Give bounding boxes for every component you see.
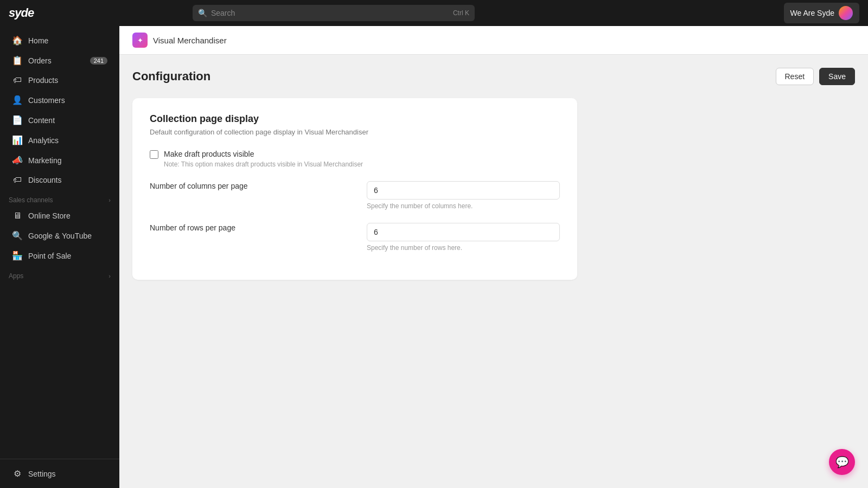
- main-layout: 🏠 Home 📋 Orders 241 🏷 Products 👤 Custome…: [0, 26, 868, 488]
- sidebar-label-discounts: Discounts: [28, 176, 61, 184]
- content-area: ✦ Visual Merchandiser Configuration Rese…: [119, 26, 868, 488]
- page-header: Configuration Reset Save: [132, 68, 855, 85]
- sidebar: 🏠 Home 📋 Orders 241 🏷 Products 👤 Custome…: [0, 26, 119, 488]
- sidebar-label-customers: Customers: [28, 96, 65, 105]
- sales-channels-section: Sales channels ›: [0, 190, 119, 206]
- search-icon: 🔍: [198, 9, 207, 17]
- sidebar-item-google-youtube[interactable]: 🔍 Google & YouTube: [3, 226, 116, 245]
- card-description: Default configuration of collection page…: [150, 128, 560, 136]
- chat-button[interactable]: 💬: [829, 449, 855, 475]
- chat-icon: 💬: [835, 455, 849, 468]
- columns-input[interactable]: [367, 181, 560, 200]
- app-title: Visual Merchandiser: [153, 36, 227, 45]
- topbar: syde 🔍 Ctrl K We Are Syde: [0, 0, 868, 26]
- page-content: Configuration Reset Save Collection page…: [119, 55, 868, 488]
- pos-icon: 🏪: [12, 251, 23, 261]
- settings-icon: ⚙: [12, 468, 23, 479]
- sidebar-item-orders[interactable]: 📋 Orders 241: [3, 51, 116, 70]
- content-icon: 📄: [12, 115, 23, 125]
- sidebar-item-point-of-sale[interactable]: 🏪 Point of Sale: [3, 246, 116, 265]
- apps-chevron: ›: [108, 273, 111, 279]
- columns-label-group: Number of columns per page: [150, 181, 356, 191]
- apps-section: Apps ›: [0, 266, 119, 282]
- sidebar-label-marketing: Marketing: [28, 156, 61, 165]
- rows-label-group: Number of rows per page: [150, 223, 356, 233]
- marketing-icon: 📣: [12, 155, 23, 165]
- orders-badge: 241: [90, 57, 107, 65]
- draft-products-label[interactable]: Make draft products visible: [164, 150, 254, 158]
- sidebar-label-content: Content: [28, 116, 55, 125]
- sidebar-label-google-youtube: Google & YouTube: [28, 232, 92, 240]
- avatar: [839, 6, 853, 20]
- rows-row: Number of rows per page Specify the numb…: [150, 223, 560, 252]
- sidebar-item-analytics[interactable]: 📊 Analytics: [3, 131, 116, 150]
- home-icon: 🏠: [12, 35, 23, 46]
- configuration-card: Collection page display Default configur…: [132, 98, 577, 280]
- columns-label: Number of columns per page: [150, 182, 248, 190]
- topbar-right: We Are Syde: [784, 3, 859, 23]
- rows-control-group: Specify the number of rows here.: [367, 223, 560, 252]
- orders-icon: 📋: [12, 55, 23, 66]
- sidebar-item-home[interactable]: 🏠 Home: [3, 31, 116, 50]
- analytics-icon: 📊: [12, 135, 23, 145]
- card-title: Collection page display: [150, 113, 560, 125]
- sidebar-label-home: Home: [28, 36, 48, 45]
- sidebar-item-settings[interactable]: ⚙ Settings: [3, 464, 116, 483]
- sidebar-label-point-of-sale: Point of Sale: [28, 252, 71, 260]
- sidebar-bottom: ⚙ Settings: [0, 459, 119, 484]
- sidebar-item-discounts[interactable]: 🏷 Discounts: [3, 171, 116, 189]
- columns-row: Number of columns per page Specify the n…: [150, 181, 560, 210]
- search-input[interactable]: [193, 5, 475, 21]
- rows-label: Number of rows per page: [150, 223, 235, 232]
- products-icon: 🏷: [12, 75, 23, 85]
- sidebar-item-online-store[interactable]: 🖥 Online Store: [3, 207, 116, 225]
- sidebar-item-products[interactable]: 🏷 Products: [3, 71, 116, 89]
- apps-label: Apps: [9, 272, 23, 280]
- google-icon: 🔍: [12, 230, 23, 241]
- sidebar-label-online-store: Online Store: [28, 211, 71, 220]
- sidebar-label-settings: Settings: [28, 470, 56, 478]
- logo: syde: [9, 6, 34, 20]
- search-bar: 🔍 Ctrl K: [193, 5, 475, 21]
- account-button[interactable]: We Are Syde: [784, 3, 859, 23]
- save-button[interactable]: Save: [819, 68, 855, 85]
- app-header: ✦ Visual Merchandiser: [119, 26, 868, 55]
- draft-products-note: Note: This option makes draft products v…: [164, 160, 363, 168]
- sidebar-item-customers[interactable]: 👤 Customers: [3, 91, 116, 110]
- online-store-icon: 🖥: [12, 211, 23, 221]
- discounts-icon: 🏷: [12, 175, 23, 185]
- columns-hint: Specify the number of columns here.: [367, 202, 560, 210]
- customers-icon: 👤: [12, 95, 23, 105]
- search-shortcut: Ctrl K: [453, 9, 469, 17]
- header-actions: Reset Save: [776, 68, 856, 85]
- columns-control-group: Specify the number of columns here.: [367, 181, 560, 210]
- draft-products-row: Make draft products visible Note: This o…: [150, 149, 560, 168]
- rows-input[interactable]: [367, 223, 560, 241]
- sidebar-item-content[interactable]: 📄 Content: [3, 111, 116, 130]
- draft-products-checkbox[interactable]: [150, 150, 158, 159]
- sales-channels-chevron: ›: [108, 197, 111, 203]
- app-icon: ✦: [132, 33, 148, 48]
- page-title: Configuration: [132, 69, 210, 84]
- sidebar-label-products: Products: [28, 76, 58, 85]
- account-name: We Are Syde: [790, 9, 834, 17]
- rows-hint: Specify the number of rows here.: [367, 244, 560, 252]
- sidebar-item-marketing[interactable]: 📣 Marketing: [3, 151, 116, 170]
- sidebar-label-orders: Orders: [28, 56, 52, 65]
- sidebar-label-analytics: Analytics: [28, 136, 59, 145]
- reset-button[interactable]: Reset: [776, 68, 814, 85]
- sales-channels-label: Sales channels: [9, 196, 53, 204]
